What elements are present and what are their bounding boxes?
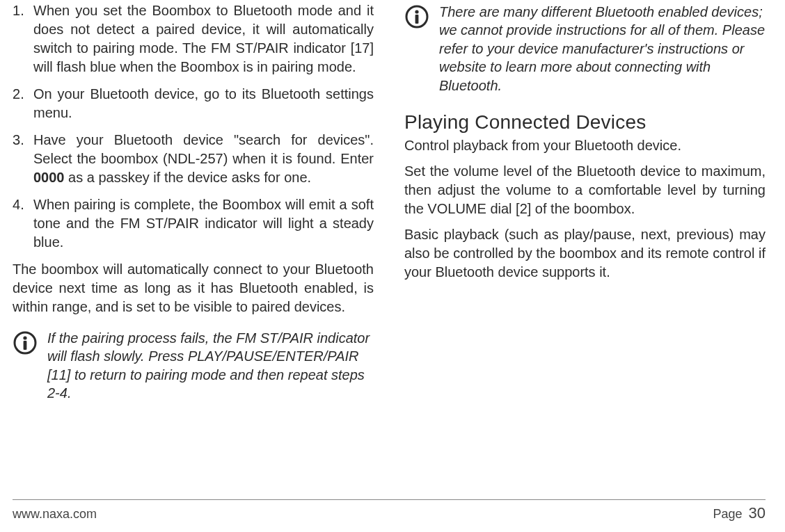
bluetooth-instructions-text: There are many different Bluetooth enabl…	[439, 3, 766, 95]
step-3-passkey: 0000	[33, 170, 65, 185]
footer-page: Page 30	[713, 504, 766, 522]
step-3: Have your Bluetooth device "search for d…	[13, 131, 374, 187]
right-column: There are many different Bluetooth enabl…	[404, 0, 766, 487]
step-2-text: On your Bluetooth device, go to its Blue…	[33, 86, 374, 120]
playback-p1: Control playback from your Bluetooth dev…	[404, 136, 766, 155]
step-1: When you set the Boombox to Bluetooth mo…	[13, 1, 374, 76]
bluetooth-instructions-note: There are many different Bluetooth enabl…	[404, 3, 766, 95]
svg-rect-5	[415, 15, 419, 24]
footer-url: www.naxa.com	[13, 507, 97, 522]
playback-p3: Basic playback (such as play/pause, next…	[404, 225, 766, 282]
page-footer: www.naxa.com Page 30	[13, 499, 766, 522]
info-icon	[404, 4, 429, 29]
info-icon	[13, 330, 38, 355]
step-3-post: as a passkey if the device asks for one.	[65, 170, 312, 185]
svg-rect-2	[24, 341, 27, 350]
auto-connect-note: The boombox will automatically connect t…	[13, 260, 374, 316]
svg-point-4	[415, 10, 418, 13]
step-1-text: When you set the Boombox to Bluetooth mo…	[33, 3, 374, 74]
pairing-fail-text: If the pairing process fails, the FM ST/…	[47, 329, 374, 403]
svg-point-1	[23, 336, 26, 339]
playback-p2: Set the volume level of the Bluetooth de…	[404, 162, 766, 218]
footer-page-number: 30	[749, 504, 766, 522]
step-4: When pairing is complete, the Boombox wi…	[13, 195, 374, 252]
pairing-steps: When you set the Boombox to Bluetooth mo…	[13, 1, 374, 252]
step-4-text: When pairing is complete, the Boombox wi…	[33, 197, 374, 250]
step-2: On your Bluetooth device, go to its Blue…	[13, 85, 374, 122]
footer-page-label: Page	[713, 507, 742, 521]
step-3-pre: Have your Bluetooth device "search for d…	[33, 132, 374, 166]
left-column: When you set the Boombox to Bluetooth mo…	[13, 0, 374, 487]
playing-devices-heading: Playing Connected Devices	[404, 111, 766, 134]
pairing-fail-note: If the pairing process fails, the FM ST/…	[13, 329, 374, 403]
